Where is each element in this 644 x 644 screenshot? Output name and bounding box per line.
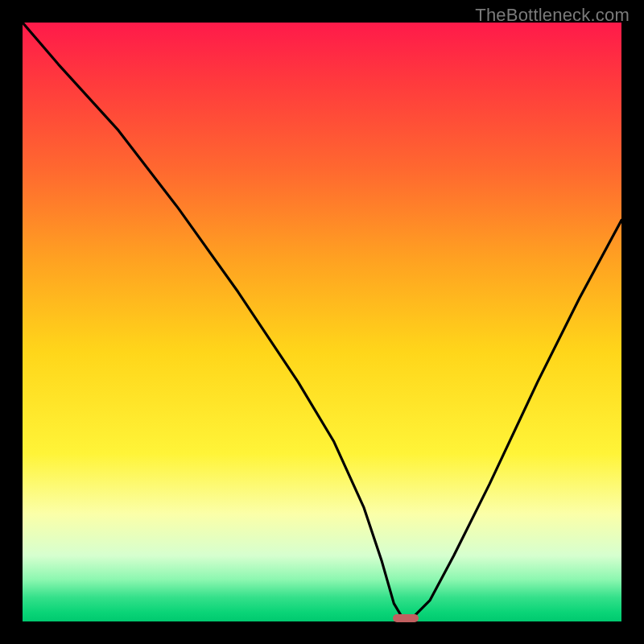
watermark-text: TheBottleneck.com <box>475 5 630 26</box>
chart-plot-area <box>23 23 621 621</box>
chart-frame: TheBottleneck.com <box>0 0 644 644</box>
